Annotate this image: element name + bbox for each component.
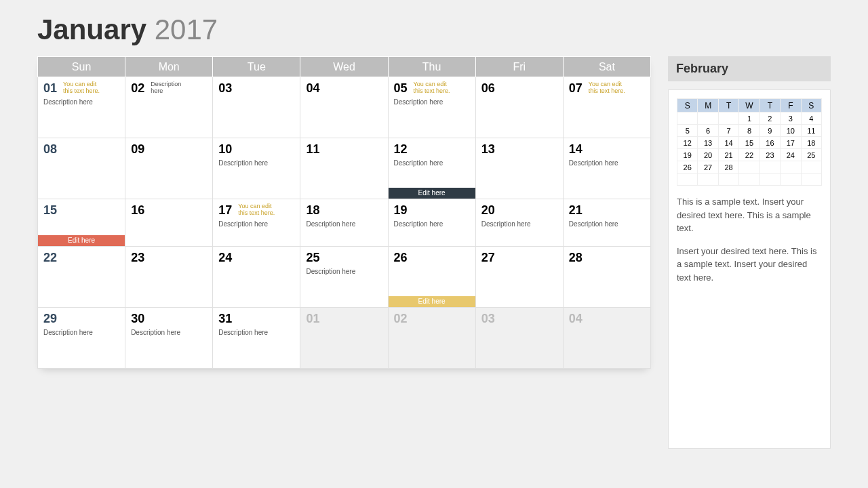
mini-day[interactable]: [781, 161, 801, 174]
mini-day[interactable]: 21: [718, 149, 738, 161]
mini-day[interactable]: [698, 113, 718, 125]
calendar-cell[interactable]: 28: [563, 247, 650, 308]
calendar-cell[interactable]: 04: [300, 77, 388, 138]
cell-description[interactable]: Description here: [569, 159, 646, 167]
mini-day[interactable]: [739, 174, 760, 186]
sidebar-para-2[interactable]: Insert your desired text here. This is a…: [677, 245, 822, 285]
hint-text[interactable]: Description here: [151, 81, 188, 95]
calendar-cell[interactable]: 11: [300, 138, 388, 199]
mini-day[interactable]: 23: [760, 149, 780, 161]
cell-description[interactable]: Description here: [218, 220, 296, 228]
mini-day[interactable]: [698, 174, 718, 186]
calendar-cell[interactable]: 14Description here: [563, 138, 650, 199]
hint-text[interactable]: You can edit this text here.: [63, 81, 100, 95]
cell-description[interactable]: Description here: [43, 329, 121, 336]
mini-day[interactable]: [677, 113, 698, 125]
cell-description[interactable]: Description here: [218, 159, 296, 167]
calendar-cell[interactable]: 03: [475, 308, 563, 369]
event-bar[interactable]: Edit here: [38, 235, 125, 246]
calendar-cell[interactable]: 13: [475, 138, 563, 199]
mini-day[interactable]: 25: [801, 149, 821, 161]
mini-day[interactable]: 6: [698, 125, 718, 137]
mini-day[interactable]: 16: [760, 137, 780, 149]
mini-day[interactable]: 12: [677, 137, 698, 149]
cell-description[interactable]: Description here: [569, 220, 646, 228]
calendar-cell[interactable]: 23: [125, 247, 213, 308]
calendar-cell[interactable]: 06: [475, 77, 563, 138]
calendar-cell[interactable]: 20Description here: [475, 199, 563, 247]
cell-description[interactable]: Description here: [306, 268, 383, 275]
cell-description[interactable]: Description here: [481, 220, 559, 228]
mini-day[interactable]: [677, 174, 698, 186]
mini-day[interactable]: 9: [760, 125, 780, 137]
mini-day[interactable]: 3: [781, 113, 801, 125]
calendar-cell[interactable]: 17You can edit this text here.Descriptio…: [213, 199, 300, 247]
mini-day[interactable]: 28: [718, 161, 738, 174]
mini-day[interactable]: [718, 174, 738, 186]
mini-day[interactable]: 8: [739, 125, 760, 137]
mini-day[interactable]: 19: [677, 149, 698, 161]
mini-day[interactable]: [718, 113, 738, 125]
mini-day[interactable]: 26: [677, 161, 698, 174]
mini-day[interactable]: 15: [739, 137, 760, 149]
calendar-cell[interactable]: 27: [475, 247, 563, 308]
calendar-cell[interactable]: 01You can edit this text here.Descriptio…: [38, 77, 125, 138]
calendar-cell[interactable]: 31Description here: [213, 308, 300, 369]
mini-day[interactable]: 13: [698, 137, 718, 149]
mini-day[interactable]: 10: [781, 125, 801, 137]
event-bar[interactable]: Edit here: [389, 188, 475, 199]
hint-text[interactable]: You can edit this text here.: [238, 203, 275, 217]
calendar-cell[interactable]: 03: [213, 77, 300, 138]
mini-day[interactable]: [760, 161, 780, 174]
calendar-cell[interactable]: 16: [125, 199, 213, 247]
mini-day[interactable]: 17: [781, 137, 801, 149]
mini-day[interactable]: [739, 161, 760, 174]
mini-day[interactable]: 2: [760, 113, 780, 125]
hint-text[interactable]: You can edit this text here.: [414, 81, 451, 95]
mini-day[interactable]: 27: [698, 161, 718, 174]
mini-day[interactable]: [781, 174, 801, 186]
calendar-cell[interactable]: 18Description here: [300, 199, 388, 247]
calendar-cell[interactable]: 19Description here: [388, 199, 475, 247]
mini-day[interactable]: 4: [801, 113, 821, 125]
mini-day[interactable]: 11: [801, 125, 821, 137]
mini-day[interactable]: 20: [698, 149, 718, 161]
cell-description[interactable]: Description here: [394, 159, 471, 167]
event-bar[interactable]: Edit here: [389, 296, 475, 307]
cell-description[interactable]: Description here: [131, 329, 208, 336]
hint-text[interactable]: You can edit this text here.: [589, 81, 626, 95]
calendar-cell[interactable]: 01: [300, 308, 388, 369]
calendar-cell[interactable]: 26Edit here: [388, 247, 475, 308]
calendar-cell[interactable]: 10Description here: [213, 138, 300, 199]
calendar-cell[interactable]: 25Description here: [300, 247, 388, 308]
mini-day[interactable]: 14: [718, 137, 738, 149]
calendar-cell[interactable]: 22: [38, 247, 125, 308]
calendar-cell[interactable]: 02: [388, 308, 475, 369]
calendar-cell[interactable]: 15Edit here: [38, 199, 125, 247]
calendar-cell[interactable]: 07You can edit this text here.: [563, 77, 650, 138]
calendar-cell[interactable]: 21Description here: [563, 199, 650, 247]
calendar-cell[interactable]: 05You can edit this text here.Descriptio…: [388, 77, 475, 138]
mini-day[interactable]: 22: [739, 149, 760, 161]
calendar-cell[interactable]: 30Description here: [125, 308, 213, 369]
mini-day[interactable]: [760, 174, 780, 186]
calendar-cell[interactable]: 09: [125, 138, 213, 199]
mini-day[interactable]: 5: [677, 125, 698, 137]
cell-description[interactable]: Description here: [43, 98, 121, 106]
calendar-cell[interactable]: 24: [213, 247, 300, 308]
cell-description[interactable]: Description here: [218, 329, 296, 336]
mini-day[interactable]: 24: [781, 149, 801, 161]
calendar-cell[interactable]: 29Description here: [38, 308, 125, 369]
cell-description[interactable]: Description here: [306, 220, 383, 228]
calendar-cell[interactable]: 12Description hereEdit here: [388, 138, 475, 199]
mini-day[interactable]: [801, 161, 821, 174]
mini-day[interactable]: [801, 174, 821, 186]
calendar-cell[interactable]: 04: [563, 308, 650, 369]
mini-day[interactable]: 18: [801, 137, 821, 149]
mini-day[interactable]: 1: [739, 113, 760, 125]
mini-day[interactable]: 7: [718, 125, 738, 137]
cell-description[interactable]: Description here: [394, 220, 471, 228]
calendar-cell[interactable]: 02Description here: [125, 77, 213, 138]
calendar-cell[interactable]: 08: [38, 138, 125, 199]
sidebar-para-1[interactable]: This is a sample text. Insert your desir…: [677, 195, 822, 235]
